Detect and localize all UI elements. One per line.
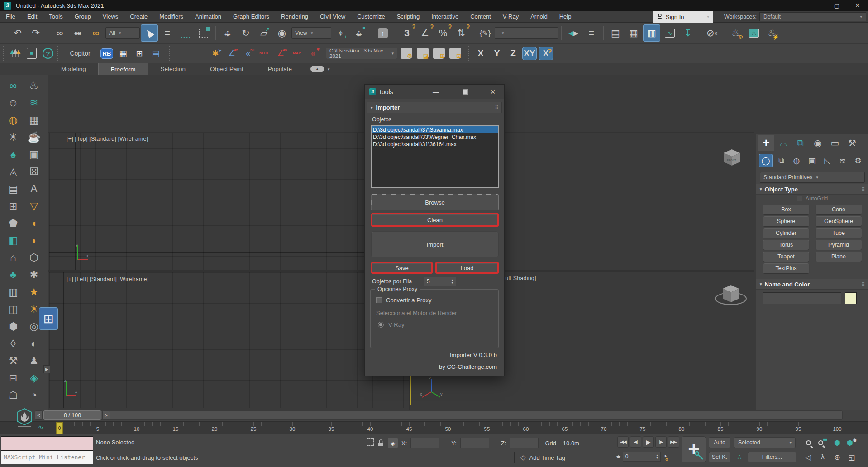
track-bar[interactable]: 0510152025303540455055606570758085909510… (0, 421, 868, 434)
unlink-icon[interactable]: ∞ (69, 24, 86, 42)
primitive-button[interactable]: Sphere (763, 216, 809, 226)
importer-rollout[interactable]: ▾ Importer ⠿ (367, 102, 502, 113)
camera-icon[interactable]: ▣ (24, 147, 44, 162)
align-button[interactable]: ≡ (583, 24, 600, 42)
shield-icon[interactable]: ☖ (3, 387, 24, 403)
axis-constraint-x-button[interactable]: X (473, 47, 488, 60)
browse-button[interactable]: Browse (371, 194, 499, 210)
minimize-button[interactable]: — (806, 0, 826, 11)
menu-item[interactable]: Scripting (391, 11, 426, 23)
isolate-selection-icon[interactable] (367, 438, 374, 448)
rb-script-button[interactable]: RB (100, 46, 114, 61)
undo-icon[interactable]: ↶ (9, 24, 26, 42)
frame-icon[interactable]: ◫ (3, 301, 24, 317)
dice-icon[interactable]: ⚄ (24, 164, 44, 180)
time-slider-track[interactable] (43, 410, 843, 420)
toolbar-grip[interactable] (3, 46, 5, 61)
zoom-icon[interactable] (802, 436, 815, 449)
axis-constraint-xy-button[interactable]: XY (522, 47, 537, 60)
waves-icon[interactable]: ≋ (24, 95, 44, 111)
key-mode-toggle[interactable]: ◀▶ (615, 454, 621, 459)
script-copy-icon[interactable]: ⊡ (448, 46, 463, 61)
selection-lock-icon[interactable] (377, 439, 384, 447)
text-icon[interactable]: A (24, 181, 44, 197)
zoom-extents-all-icon[interactable]: ⬢⬢ (845, 436, 858, 449)
ribbon-toggle-button[interactable]: ▥ (643, 24, 660, 42)
axis-constraint-y-button[interactable]: Y (490, 47, 504, 60)
x-coordinate-field[interactable] (410, 438, 439, 448)
workspace-dropdown[interactable]: Default ▾ (759, 12, 866, 21)
tree-icon[interactable]: ♠ (3, 147, 24, 162)
viewport-top-label[interactable]: [+] [Top] [Standard] [Wireframe] (67, 136, 148, 142)
dialog-minimize-button[interactable]: — (428, 85, 444, 99)
menu-item[interactable]: Content (464, 11, 497, 23)
hexagon-icon[interactable]: ⬢ (3, 319, 24, 334)
menu-item[interactable]: Customize (351, 11, 391, 23)
dim-50-icon[interactable]: «50 (241, 46, 255, 61)
mini-curve-editor-button[interactable]: ∿ (38, 424, 43, 431)
objects-per-row-spinner[interactable]: 5 ▴▾ (424, 277, 456, 286)
ribbon-tab[interactable]: Populate (256, 63, 304, 75)
load-button[interactable]: Load (435, 262, 499, 274)
select-by-name-button[interactable]: ≡ (159, 24, 176, 42)
y-coordinate-field[interactable] (460, 438, 489, 448)
redo-icon[interactable]: ↷ (27, 24, 44, 42)
tab-utilities[interactable]: ⚒ (844, 135, 860, 151)
object-name-field[interactable] (763, 292, 841, 304)
project-path-dropdown[interactable]: C:\Users\Ara...3ds Max 2021 ▾ (326, 48, 397, 59)
toolbar-grip[interactable] (468, 46, 470, 61)
dialog-close-button[interactable]: × (485, 85, 501, 99)
menu-item[interactable]: Rendering (275, 11, 314, 23)
next-frame-button[interactable]: |▶ (655, 436, 667, 448)
select-rotate-button[interactable]: ↻ (237, 24, 254, 42)
next-frame-button[interactable]: > (102, 410, 110, 420)
shelf-icon[interactable]: ▤ (3, 181, 24, 197)
sun-icon[interactable]: ☀ (3, 129, 24, 145)
auto-key-button[interactable]: Auto (709, 437, 730, 448)
use-pivot-center-button[interactable]: ⌖+ (332, 24, 349, 42)
viewcube-perspective-icon[interactable] (714, 279, 748, 313)
zoom-all-icon[interactable]: ■■ (816, 436, 829, 449)
window-crossing-button[interactable] (195, 24, 212, 42)
current-frame-spinner[interactable]: 0 ▴▾ (623, 452, 661, 462)
object-type-rollout[interactable]: ▾ Object Type ⠿ (756, 184, 868, 195)
import-button[interactable]: Import (371, 231, 499, 257)
object-color-swatch[interactable] (845, 292, 857, 304)
menu-item[interactable]: Create (124, 11, 153, 23)
menu-item[interactable]: Edit (21, 11, 43, 23)
ribbon-options-dropdown[interactable]: ▾ (328, 67, 330, 71)
time-configuration-button[interactable]: ◔⚙ (663, 452, 667, 461)
select-scale-button[interactable]: ▱↗ (255, 24, 272, 42)
clock-icon[interactable]: ◔ (24, 387, 44, 403)
maxscript-mini-listener[interactable]: MAXScript Mini Listener (1, 436, 93, 464)
menu-item[interactable]: Animation (189, 11, 227, 23)
menu-item[interactable]: Views (97, 11, 124, 23)
window-icon[interactable]: ▥ (3, 284, 24, 300)
category-geometry[interactable]: ◯ (759, 154, 773, 167)
vray-radio-button[interactable] (378, 322, 384, 328)
tab-motion[interactable]: ◉ (810, 135, 826, 151)
pawn-icon[interactable]: ♟ (24, 353, 44, 369)
select-move-button[interactable]: ↔↕ (219, 24, 236, 42)
category-systems[interactable]: ⚙ (851, 154, 865, 167)
spray-tool-icon[interactable]: ✱➤ (208, 46, 223, 61)
toolbar-grip[interactable] (57, 46, 59, 61)
angle-45-blue-icon[interactable]: ∠45 (224, 46, 239, 61)
menu-item[interactable]: Tools (43, 11, 68, 23)
viewport-layout-button[interactable]: ⊞ (39, 307, 58, 330)
ribbon-tab[interactable]: Modeling (49, 63, 98, 75)
stereo-camera-icon[interactable]: ∞ (3, 78, 24, 94)
polyhedron-icon[interactable]: ⬡ (24, 250, 44, 266)
spray-icon[interactable]: ✱ (24, 267, 44, 283)
menu-item[interactable]: V-Ray (497, 11, 525, 23)
character-icon[interactable]: ☺ (3, 95, 24, 111)
help-icon[interactable]: ? (41, 46, 55, 61)
walk-through-icon[interactable]: λ (816, 451, 829, 463)
tab-hierarchy[interactable]: ⧉ (792, 135, 809, 151)
listener-script-row[interactable]: MAXScript Mini Listener (1, 451, 93, 464)
object-list-item[interactable]: D:\3d object\sandali\33\Wegner_Chair.max (372, 133, 498, 141)
key-selection-dropdown[interactable]: Selected ▾ (734, 437, 796, 448)
primitive-button[interactable]: Box (763, 205, 809, 214)
gem-icon[interactable]: ◈ (24, 370, 44, 386)
ribbon-tab[interactable]: Object Paint (198, 63, 256, 75)
